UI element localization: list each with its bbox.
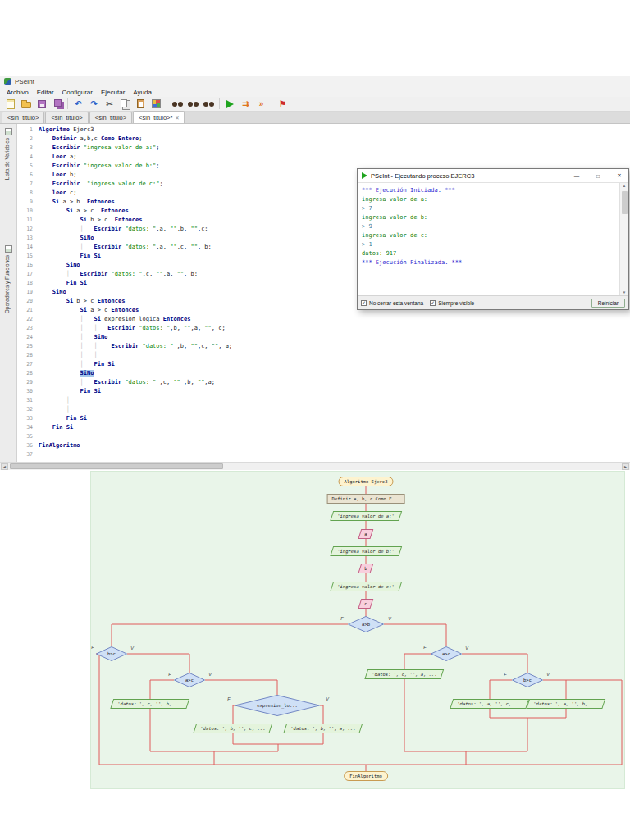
breakpoint-button[interactable]: ⚑ xyxy=(276,98,290,111)
flow-node-out_cab[interactable]: 'datos: ', c, '', a, ... xyxy=(364,669,444,679)
console-scrollbar-thumb[interactable] xyxy=(622,191,628,214)
variables-panel-icon[interactable] xyxy=(5,128,12,135)
scroll-down-icon[interactable]: ▼ xyxy=(623,290,626,294)
tab-sin-titulo[interactable]: <sin_titulo> xyxy=(2,112,44,123)
siempre-visible-checkbox[interactable]: ✓ Siempre visible xyxy=(430,300,474,306)
flow-node-out_bca[interactable]: 'datos: ', b, '', c, ... xyxy=(193,724,272,733)
line-number: 14 xyxy=(17,243,39,252)
editor-horizontal-scrollbar[interactable]: ◄ ► xyxy=(0,462,630,470)
code-line[interactable]: 32 │ xyxy=(17,405,630,414)
save-all-button[interactable] xyxy=(50,98,64,111)
console-line: datos: 917 xyxy=(362,249,615,258)
menu-item-ayuda[interactable]: Ayuda xyxy=(129,89,156,96)
code-line[interactable]: 3 Escribir "ingresa valor de a:"; xyxy=(17,144,630,153)
flow-node-d_ac2[interactable]: a>c xyxy=(174,673,205,687)
execution-window[interactable]: PSeInt - Ejecutando proceso EJERC3 — □ ✕… xyxy=(357,168,629,310)
flow-node-out_acb[interactable]: 'datos: ', a, '', c, ... xyxy=(450,699,529,709)
code-line[interactable]: 23 │ │ Escribir "datos: ",b, "",a, "", c… xyxy=(17,324,630,333)
code-line[interactable]: 28 SiNo xyxy=(17,369,630,378)
code-line[interactable]: 22 │ Si expresion_logica Entonces xyxy=(17,315,630,324)
flow-node-d_ac1[interactable]: a>c xyxy=(431,646,462,661)
open-file-button[interactable] xyxy=(19,98,33,111)
scroll-right-icon[interactable]: ► xyxy=(622,463,629,470)
find-next-button[interactable] xyxy=(186,98,200,111)
tab-close-icon[interactable]: ✕ xyxy=(175,115,179,121)
code-line[interactable]: 27 │ Fin Si xyxy=(17,360,630,369)
flow-node-out_abc[interactable]: 'datos: ', a, '', b, ... xyxy=(526,699,605,709)
console-scrollbar[interactable]: ▲ ▼ xyxy=(619,183,628,295)
run-auto-button[interactable]: » xyxy=(254,98,268,111)
tab-sin-titulo[interactable]: <sin_titulo>*✕ xyxy=(133,111,185,123)
code-line[interactable]: 26 │ │ xyxy=(17,351,630,360)
flow-node-d_bc2[interactable]: b>c xyxy=(512,673,543,687)
scroll-up-icon[interactable]: ▲ xyxy=(623,184,626,188)
scroll-left-icon[interactable]: ◄ xyxy=(1,463,8,470)
scrollbar-thumb[interactable] xyxy=(10,463,223,469)
line-number: 24 xyxy=(17,333,39,342)
code-line[interactable]: 33 Fin Si xyxy=(17,414,630,423)
flow-node-d_bc1[interactable]: b>c xyxy=(96,646,127,661)
maximize-button[interactable]: □ xyxy=(589,169,607,182)
flowchart-panel: Algoritmo Ejerc3Definir a, b, c Como E..… xyxy=(90,471,625,789)
flow-node-d_expr[interactable]: expresion_lo... xyxy=(235,695,320,716)
new-file-button[interactable] xyxy=(3,98,17,111)
code-line[interactable]: 36FinAlgoritmo xyxy=(17,441,630,450)
code-line[interactable]: 35 xyxy=(17,432,630,441)
menu-item-ejecutar[interactable]: Ejecutar xyxy=(97,89,129,96)
flow-node-out_a[interactable]: 'ingresa valor de a:' xyxy=(330,511,401,521)
code-text: Definir a,b,c Como Entero; xyxy=(39,135,142,144)
paste-button[interactable] xyxy=(134,98,148,111)
replace-button[interactable] xyxy=(202,98,216,111)
flow-node-out_bac[interactable]: 'datos: ', b, '', a, ... xyxy=(283,724,363,733)
flow-node-label: expresion_lo... xyxy=(257,703,298,708)
redo-button[interactable]: ↷ xyxy=(87,98,101,111)
code-line[interactable]: 4 Leer a; xyxy=(17,153,630,162)
flow-node-out_c[interactable]: 'ingresa valor de c:' xyxy=(330,582,401,591)
edit-flowchart-button[interactable] xyxy=(149,98,163,111)
cut-button[interactable]: ✂ xyxy=(103,98,116,111)
flow-node-d_ab[interactable]: a>b xyxy=(348,616,384,632)
flow-node-define[interactable]: Definir a, b, c Como E... xyxy=(327,494,405,504)
variables-panel-tab[interactable]: Lista de Variables xyxy=(4,138,10,180)
functions-panel-icon[interactable] xyxy=(5,245,12,253)
run-step-button[interactable]: ⇉ xyxy=(239,98,253,111)
code-line[interactable]: 30 Fin Si xyxy=(17,387,630,396)
menu-item-archivo[interactable]: Archivo xyxy=(2,89,33,96)
save-button[interactable] xyxy=(34,98,48,111)
flow-node-start[interactable]: Algoritmo Ejerc3 xyxy=(339,477,394,486)
flow-node-out_cba[interactable]: 'datos: ', c, '', b, ... xyxy=(110,699,189,709)
tab-sin-titulo[interactable]: <sin_titulo> xyxy=(89,112,132,123)
no-cerrar-checkbox[interactable]: ✓ No cerrar esta ventana xyxy=(361,300,423,306)
code-line[interactable]: 24 │ SiNo xyxy=(17,333,630,342)
line-number: 34 xyxy=(17,423,39,432)
code-line[interactable]: 31 │ xyxy=(17,396,630,405)
console-output[interactable]: *** Ejecución Iniciada. ***ingresa valor… xyxy=(358,183,619,295)
tab-sin-titulo[interactable]: <sin_titulo> xyxy=(45,112,88,123)
undo-button[interactable]: ↶ xyxy=(71,98,85,111)
flow-node-label: b>c xyxy=(523,678,532,682)
run-button[interactable] xyxy=(223,98,237,111)
line-number: 6 xyxy=(17,171,39,180)
close-button[interactable]: ✕ xyxy=(610,169,628,182)
code-line[interactable]: 2 Definir a,b,c Como Entero; xyxy=(17,135,630,144)
code-line[interactable]: 1Algoritmo Ejerc3 xyxy=(17,126,630,135)
flow-node-out_b[interactable]: 'ingresa valor de b:' xyxy=(330,546,401,556)
pseint-app-icon xyxy=(4,78,11,85)
menu-item-configurar[interactable]: Configurar xyxy=(58,89,97,96)
flow-node-end[interactable]: FinAlgoritmo xyxy=(344,771,388,781)
code-line[interactable]: 29 │ Escribir "datos: " ,c, "" ,b, "",a; xyxy=(17,378,630,387)
copy-button[interactable] xyxy=(118,98,132,111)
branch-label: V xyxy=(546,672,550,677)
functions-panel-tab[interactable]: Operadores y Funciones xyxy=(4,255,10,313)
minimize-button[interactable]: — xyxy=(568,169,586,182)
console-line: ingresa valor de b: xyxy=(362,213,615,222)
code-line[interactable]: 25 │ │ Escribir "datos: " ,b, "",c, "", … xyxy=(17,342,630,351)
menu-item-editar[interactable]: Editar xyxy=(33,89,58,96)
line-number: 5 xyxy=(17,162,39,171)
code-line[interactable]: 34 Fin Si xyxy=(17,423,630,432)
reiniciar-button[interactable]: Reiniciar xyxy=(591,299,625,308)
find-button[interactable] xyxy=(171,98,185,111)
line-number: 32 xyxy=(17,405,39,414)
code-line[interactable]: 37 xyxy=(17,450,630,459)
tab-label: <sin_titulo> xyxy=(51,114,82,121)
